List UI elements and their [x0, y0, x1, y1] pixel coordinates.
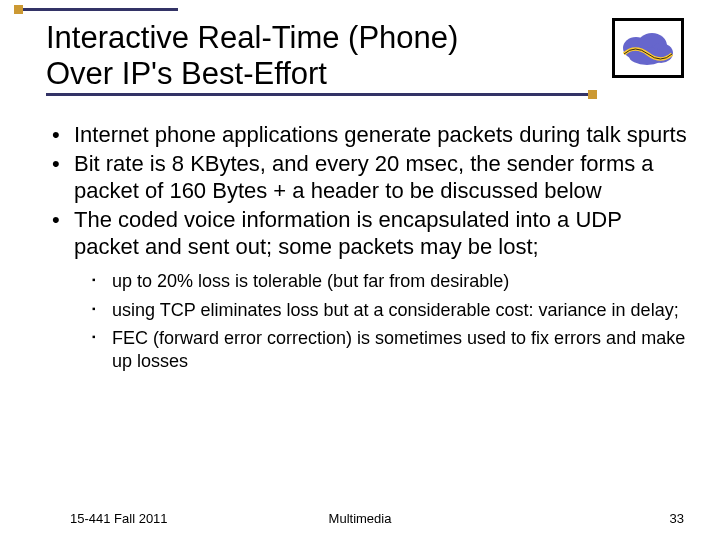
footer-center: Multimedia	[329, 511, 392, 526]
main-bullet-list: Internet phone applications generate pac…	[46, 122, 690, 260]
sub-bullet-item: FEC (forward error correction) is someti…	[86, 327, 690, 372]
title-line1: Interactive Real-Time (Phone)	[46, 20, 458, 55]
bullet-item: Bit rate is 8 KBytes, and every 20 msec,…	[46, 151, 690, 205]
content-area: Internet phone applications generate pac…	[46, 122, 690, 372]
bullet-item: Internet phone applications generate pac…	[46, 122, 690, 149]
page-number: 33	[670, 511, 684, 526]
network-cloud-icon	[612, 18, 684, 78]
sub-bullet-list: up to 20% loss is tolerable (but far fro…	[86, 270, 690, 372]
wave-icon	[623, 47, 673, 61]
footer-left: 15-441 Fall 2011	[70, 511, 168, 526]
title-underline: Interactive Real-Time (Phone) Over IP's …	[46, 20, 592, 96]
sub-bullet-item: using TCP eliminates loss but at a consi…	[86, 299, 690, 322]
slide-container: Interactive Real-Time (Phone) Over IP's …	[0, 0, 720, 540]
bullet-item: The coded voice information is encapsula…	[46, 207, 690, 261]
footer: 15-441 Fall 2011 Multimedia 33	[0, 511, 720, 526]
title-row: Interactive Real-Time (Phone) Over IP's …	[46, 18, 690, 98]
slide-title: Interactive Real-Time (Phone) Over IP's …	[46, 18, 592, 98]
title-line2: Over IP's Best-Effort	[46, 56, 327, 91]
sub-bullet-item: up to 20% loss is tolerable (but far fro…	[86, 270, 690, 293]
accent-square-2	[588, 90, 597, 99]
